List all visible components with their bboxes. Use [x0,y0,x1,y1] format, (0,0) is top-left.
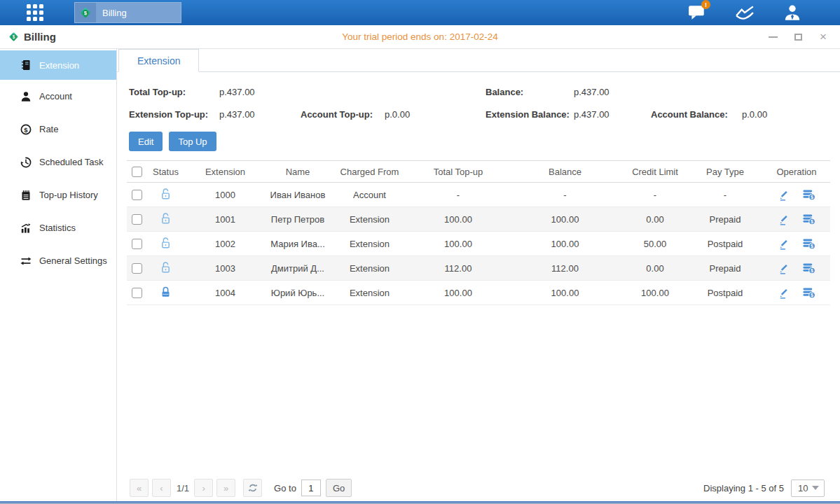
extension-topup-label: Extension Top-up: [129,109,219,120]
extension-cell: 1003 [185,256,266,281]
col-charged-from: Charged From [330,161,409,183]
account-balance-value: p.0.00 [742,109,767,120]
account-topup-value: p.0.00 [385,109,410,120]
table-row[interactable]: 1004Юрий Юрь...Extension100.00100.00100.… [127,281,830,305]
row-checkbox[interactable] [132,214,142,225]
last-page-button[interactable]: » [216,479,235,497]
sidebar-item-label: Account [39,91,72,102]
sidebar-item-label: Extension [39,60,79,71]
name-cell: Дмитрий Д... [266,256,330,281]
table-row[interactable]: 1001Петр ПетровExtension100.00100.000.00… [127,207,830,232]
goto-label: Go to [274,483,296,493]
minimize-button[interactable] [767,31,778,43]
top-up-extension-icon[interactable]: $ [802,237,815,250]
row-checkbox[interactable] [132,239,142,249]
chevron-down-icon [812,486,819,490]
table-row[interactable]: 1003Дмитрий Д...Extension112.00112.000.0… [127,256,830,281]
bar-chart-icon [20,223,32,234]
row-checkbox[interactable] [132,288,142,298]
credit-limit-cell: 100.00 [623,281,687,305]
table-row[interactable]: 1002Мария Ива...Extension100.00100.0050.… [127,232,830,256]
window-bottom-edge [0,501,840,504]
displaying-text: Displaying 1 - 5 of 5 [703,483,784,493]
balance-label: Balance: [486,87,574,97]
row-checkbox[interactable] [132,190,142,200]
extension-topup-value: p.437.00 [219,109,301,120]
top-up-extension-icon[interactable]: $ [802,262,815,274]
total-topup-cell: - [409,183,507,207]
goto-page-input[interactable] [301,479,321,496]
notebook-icon [20,190,32,201]
top-up-extension-icon[interactable]: $ [802,286,815,299]
charged-from-cell: Extension [330,232,409,256]
total-topup-value: p.437.00 [219,87,255,97]
tab-extension[interactable]: Extension [118,49,199,72]
edit-button[interactable]: Edit [129,132,163,151]
close-button[interactable]: × [818,31,829,43]
balance-cell: 100.00 [507,232,623,256]
edit-extension-icon[interactable] [778,238,790,250]
credit-limit-cell: 0.00 [623,256,687,281]
resource-monitor-icon[interactable] [734,4,756,22]
desktop-topbar: $ Billing ! [0,0,840,25]
name-cell: Петр Петров [266,207,330,232]
total-topup-cell: 100.00 [409,281,507,305]
svg-text:$: $ [811,244,813,249]
edit-extension-icon[interactable] [778,287,790,299]
user-account-icon[interactable] [781,4,804,22]
edit-extension-icon[interactable] [778,262,790,274]
next-page-button[interactable]: › [194,479,213,497]
pay-type-cell: Prepaid [687,256,763,281]
balance-cell: 112.00 [507,256,623,281]
name-cell: Иван Иванов [266,183,330,207]
sidebar-item-label: Statistics [39,223,76,233]
charged-from-cell: Extension [330,256,409,281]
total-topup-cell: 100.00 [409,232,507,256]
notifications-icon[interactable]: ! [686,4,708,22]
go-button[interactable]: Go [326,479,352,497]
maximize-button[interactable] [792,31,804,43]
prev-page-button[interactable]: ‹ [152,479,171,497]
extension-cell: 1000 [185,183,266,207]
svg-text:$: $ [811,219,813,225]
summary-section: Total Top-up: p.437.00 Balance: p.437.00… [129,87,840,120]
select-all-checkbox[interactable] [132,167,142,177]
sidebar-item-rate[interactable]: $ Rate [0,113,116,146]
top-up-button[interactable]: Top Up [169,132,216,151]
pay-type-cell: Postpaid [687,281,763,305]
sidebar-item-general-settings[interactable]: General Settings [0,244,116,277]
edit-extension-icon[interactable] [778,189,790,201]
sidebar-item-statistics[interactable]: Statistics [0,211,116,244]
sidebar-item-topup-history[interactable]: Top-up History [0,178,116,211]
page-size-select[interactable]: 10 [791,479,825,497]
sidebar-item-account[interactable]: Account [0,80,116,113]
status-cell [146,232,185,256]
top-up-extension-icon[interactable]: $ [802,188,815,201]
sidebar-item-label: Rate [39,124,58,134]
total-topup-cell: 112.00 [409,256,507,281]
svg-text:$: $ [13,34,15,40]
edit-extension-icon[interactable] [778,214,790,225]
sidebar-item-scheduled-task[interactable]: Scheduled Task [0,146,116,178]
svg-text:$: $ [84,10,88,16]
credit-limit-cell: 0.00 [623,207,687,232]
unlocked-icon [160,212,172,225]
sidebar-item-label: Scheduled Task [39,157,104,167]
app-launcher-icon[interactable] [27,4,43,21]
table-row[interactable]: 1000Иван ИвановAccount----$ [127,183,830,207]
top-up-extension-icon[interactable]: $ [802,213,815,225]
balance-value: p.437.00 [574,87,610,97]
svg-text:$: $ [811,195,813,200]
pagination-bar: « ‹ 1/1 › » Go to Go Displaying 1 - 5 of… [130,479,825,497]
pay-type-cell: Prepaid [687,207,763,232]
svg-text:$: $ [811,293,813,298]
sidebar-item-extension[interactable]: Extension [0,50,116,80]
taskbar-item-billing[interactable]: $ Billing [74,2,181,23]
notification-badge: ! [701,0,710,9]
balance-cell: - [507,183,623,207]
dollar-circle-icon: $ [20,124,32,135]
row-checkbox[interactable] [132,263,142,274]
first-page-button[interactable]: « [130,479,149,497]
refresh-button[interactable] [243,479,262,497]
window-title: Billing [24,31,56,43]
